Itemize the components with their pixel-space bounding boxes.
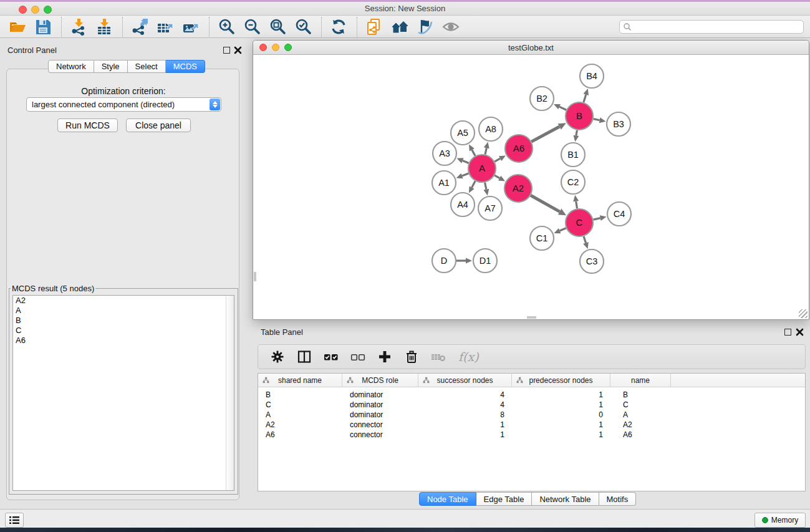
table-row[interactable]: A2connector11A2 xyxy=(258,420,805,430)
export-table-icon[interactable] xyxy=(155,17,175,37)
graph-node-B[interactable]: B xyxy=(566,102,593,130)
graph-node-A2[interactable]: A2 xyxy=(504,175,532,202)
column-header[interactable]: predecessor nodes xyxy=(512,374,610,387)
result-item[interactable]: A6 xyxy=(13,336,234,346)
table-row[interactable]: Adominator80A xyxy=(258,410,805,420)
graph-edge[interactable] xyxy=(594,119,600,120)
show-all-icon[interactable] xyxy=(441,17,461,37)
tab-edge-table[interactable]: Edge Table xyxy=(476,492,533,506)
zoom-in-icon[interactable] xyxy=(216,17,236,37)
export-network-icon[interactable] xyxy=(130,17,150,37)
graph-node-B4[interactable]: B4 xyxy=(580,64,604,88)
graph-edge[interactable] xyxy=(531,195,560,211)
column-header[interactable]: name xyxy=(610,374,671,387)
table-row[interactable]: Cdominator41C xyxy=(258,400,805,410)
table-cell[interactable]: 1 xyxy=(418,430,512,439)
column-header[interactable]: MCDS role xyxy=(342,374,418,387)
table-cell[interactable]: A xyxy=(610,410,671,419)
table-cell[interactable]: connector xyxy=(342,430,418,439)
graph-node-A7[interactable]: A7 xyxy=(478,196,502,220)
graph-node-C2[interactable]: C2 xyxy=(561,170,585,194)
table-cell[interactable]: 1 xyxy=(512,430,610,439)
graph-node-A5[interactable]: A5 xyxy=(451,121,475,145)
search-input[interactable] xyxy=(632,21,803,32)
table-cell[interactable]: B xyxy=(610,390,671,399)
graph-node-A[interactable]: A xyxy=(468,155,496,182)
table-row[interactable]: Bdominator41B xyxy=(258,390,805,400)
tab-style[interactable]: Style xyxy=(94,60,128,73)
graph-node-A8[interactable]: A8 xyxy=(479,117,503,141)
hide-selected-icon[interactable] xyxy=(415,17,435,37)
graph-node-A1[interactable]: A1 xyxy=(432,171,456,195)
export-image-icon[interactable] xyxy=(181,17,201,37)
run-mcds-button[interactable]: Run MCDS xyxy=(57,118,118,132)
graph-edge[interactable] xyxy=(472,181,476,187)
table-cell[interactable]: 1 xyxy=(512,420,610,429)
close-panel-icon[interactable] xyxy=(234,46,242,54)
refresh-icon[interactable] xyxy=(329,17,349,37)
table-cell[interactable]: connector xyxy=(342,420,418,429)
graph-edge[interactable] xyxy=(531,127,559,142)
tab-network-table[interactable]: Network Table xyxy=(532,492,599,506)
table-cell[interactable]: 0 xyxy=(512,410,610,419)
graph-edge[interactable] xyxy=(472,150,475,156)
table-cell[interactable]: A2 xyxy=(258,420,342,429)
table-cell[interactable]: A6 xyxy=(258,430,342,439)
graph-node-A4[interactable]: A4 xyxy=(451,193,475,216)
graph-node-D1[interactable]: D1 xyxy=(473,249,497,273)
duplicate-network-icon[interactable] xyxy=(364,17,384,37)
result-item[interactable]: C xyxy=(13,326,234,336)
close-panel-button[interactable]: Close panel xyxy=(126,118,191,132)
graph-node-C3[interactable]: C3 xyxy=(580,249,604,273)
split-table-icon[interactable] xyxy=(296,349,312,365)
zoom-out-icon[interactable] xyxy=(242,17,262,37)
graph-edge[interactable] xyxy=(560,228,566,231)
zoom-fit-icon[interactable] xyxy=(268,17,287,37)
result-item[interactable]: B xyxy=(13,316,234,326)
close-table-panel-icon[interactable] xyxy=(796,328,804,336)
graph-node-A3[interactable]: A3 xyxy=(433,142,456,165)
table-cell[interactable]: dominator xyxy=(342,410,418,419)
table-settings-icon[interactable] xyxy=(269,349,286,365)
graph-node-C4[interactable]: C4 xyxy=(607,202,631,226)
table-cell[interactable]: 1 xyxy=(512,390,610,399)
graph-edge[interactable] xyxy=(593,218,600,220)
save-session-icon[interactable] xyxy=(33,17,53,37)
graph-edge[interactable] xyxy=(584,236,586,243)
graph-node-B2[interactable]: B2 xyxy=(530,87,554,110)
network-graph[interactable]: B4B2BB3A5A8A6A3B1AA1C2A2A4A7C4CC1DD1C3 xyxy=(254,55,809,320)
graph-edge[interactable] xyxy=(494,175,499,178)
table-row[interactable]: A6connector11A6 xyxy=(258,430,805,440)
import-table-icon[interactable] xyxy=(94,17,114,37)
graph-edge[interactable] xyxy=(485,183,486,190)
table-cell[interactable]: C xyxy=(610,400,671,409)
table-cell[interactable]: 1 xyxy=(418,420,512,429)
float-table-panel-icon[interactable] xyxy=(784,329,791,336)
deselect-all-rows-icon[interactable] xyxy=(350,349,366,365)
tab-mcds[interactable]: MCDS xyxy=(166,60,205,73)
zoom-selected-icon[interactable] xyxy=(293,17,313,37)
tab-motifs[interactable]: Motifs xyxy=(599,492,637,506)
graph-edge[interactable] xyxy=(576,201,577,209)
graph-node-A6[interactable]: A6 xyxy=(505,135,533,162)
open-file-icon[interactable] xyxy=(7,17,27,37)
result-scrollbar[interactable] xyxy=(226,296,234,490)
result-item[interactable]: A2 xyxy=(13,296,234,306)
table-cell[interactable]: 4 xyxy=(418,390,512,399)
float-panel-icon[interactable] xyxy=(223,47,230,54)
window-resize-grip[interactable] xyxy=(799,309,808,318)
network-canvas[interactable]: B4B2BB3A5A8A6A3B1AA1C2A2A4A7C4CC1DD1C3 xyxy=(254,55,808,319)
column-header[interactable]: successor nodes xyxy=(418,374,512,387)
result-item[interactable]: A xyxy=(13,306,234,316)
graph-node-B1[interactable]: B1 xyxy=(561,143,585,167)
table-cell[interactable]: A xyxy=(258,410,342,419)
column-header[interactable]: shared name xyxy=(258,374,342,387)
graph-edge[interactable] xyxy=(559,107,566,110)
criterion-dropdown[interactable]: largest connected component (directed) xyxy=(26,97,221,112)
table-cell[interactable]: B xyxy=(258,390,342,399)
graph-node-B3[interactable]: B3 xyxy=(607,112,630,136)
graph-edge[interactable] xyxy=(463,161,469,163)
memory-button[interactable]: Memory xyxy=(755,513,806,528)
table-cell[interactable]: dominator xyxy=(342,390,418,399)
first-neighbors-icon[interactable] xyxy=(390,17,410,37)
